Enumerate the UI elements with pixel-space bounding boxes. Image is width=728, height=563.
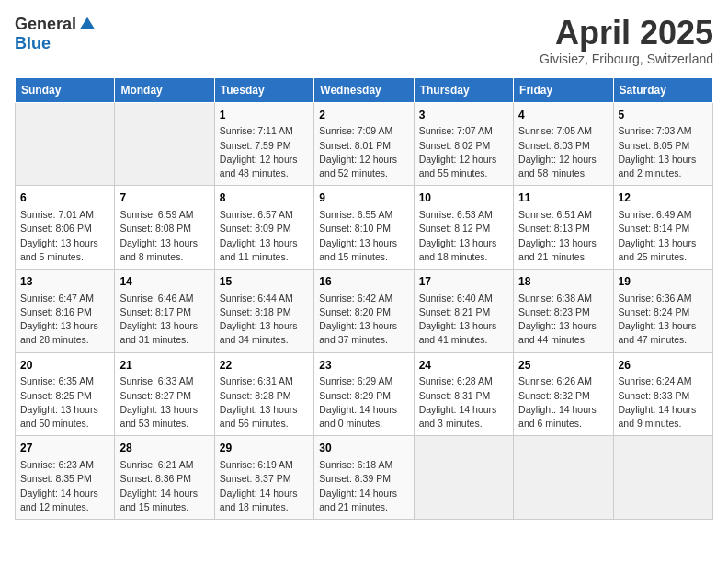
calendar-week-row: 13Sunrise: 6:47 AM Sunset: 8:16 PM Dayli… <box>16 269 713 352</box>
day-number: 11 <box>518 190 608 206</box>
calendar-cell: 4Sunrise: 7:05 AM Sunset: 8:03 PM Daylig… <box>514 102 613 186</box>
calendar-cell: 26Sunrise: 6:24 AM Sunset: 8:33 PM Dayli… <box>613 352 712 436</box>
calendar-cell <box>115 102 214 186</box>
location-subtitle: Givisiez, Fribourg, Switzerland <box>540 52 713 66</box>
calendar-table: SundayMondayTuesdayWednesdayThursdayFrid… <box>15 77 713 520</box>
weekday-header-row: SundayMondayTuesdayWednesdayThursdayFrid… <box>16 77 713 102</box>
day-info: Sunrise: 6:40 AM Sunset: 8:21 PM Dayligh… <box>419 292 508 348</box>
day-info: Sunrise: 6:55 AM Sunset: 8:10 PM Dayligh… <box>319 208 408 264</box>
calendar-cell: 20Sunrise: 6:35 AM Sunset: 8:25 PM Dayli… <box>16 352 115 436</box>
calendar-cell: 9Sunrise: 6:55 AM Sunset: 8:10 PM Daylig… <box>314 186 414 270</box>
day-info: Sunrise: 6:46 AM Sunset: 8:17 PM Dayligh… <box>119 292 209 348</box>
month-title: April 2025 <box>540 15 713 52</box>
calendar-cell: 30Sunrise: 6:18 AM Sunset: 8:39 PM Dayli… <box>314 436 414 520</box>
day-info: Sunrise: 6:19 AM Sunset: 8:37 PM Dayligh… <box>220 458 309 514</box>
day-info: Sunrise: 6:35 AM Sunset: 8:25 PM Dayligh… <box>20 374 109 431</box>
day-info: Sunrise: 6:51 AM Sunset: 8:13 PM Dayligh… <box>518 208 608 264</box>
weekday-header-monday: Monday <box>115 77 214 102</box>
day-number: 15 <box>220 274 309 290</box>
day-number: 26 <box>619 358 708 373</box>
calendar-cell: 13Sunrise: 6:47 AM Sunset: 8:16 PM Dayli… <box>16 269 115 352</box>
day-info: Sunrise: 7:09 AM Sunset: 8:01 PM Dayligh… <box>319 124 408 180</box>
calendar-cell <box>16 102 115 186</box>
calendar-cell: 19Sunrise: 6:36 AM Sunset: 8:24 PM Dayli… <box>613 269 712 352</box>
calendar-cell: 1Sunrise: 7:11 AM Sunset: 7:59 PM Daylig… <box>214 102 313 186</box>
day-info: Sunrise: 6:36 AM Sunset: 8:24 PM Dayligh… <box>619 292 708 348</box>
weekday-header-thursday: Thursday <box>414 77 513 102</box>
day-info: Sunrise: 6:44 AM Sunset: 8:18 PM Dayligh… <box>220 292 309 348</box>
day-number: 22 <box>220 358 309 373</box>
calendar-cell: 7Sunrise: 6:59 AM Sunset: 8:08 PM Daylig… <box>115 186 214 270</box>
day-info: Sunrise: 6:28 AM Sunset: 8:31 PM Dayligh… <box>419 374 508 431</box>
day-info: Sunrise: 6:33 AM Sunset: 8:27 PM Dayligh… <box>119 374 209 431</box>
calendar-week-row: 20Sunrise: 6:35 AM Sunset: 8:25 PM Dayli… <box>16 352 713 436</box>
day-number: 9 <box>319 190 408 206</box>
calendar-cell <box>613 436 712 520</box>
calendar-cell: 2Sunrise: 7:09 AM Sunset: 8:01 PM Daylig… <box>314 102 414 186</box>
day-info: Sunrise: 6:24 AM Sunset: 8:33 PM Dayligh… <box>619 374 708 431</box>
weekday-header-saturday: Saturday <box>613 77 712 102</box>
calendar-cell: 8Sunrise: 6:57 AM Sunset: 8:09 PM Daylig… <box>214 186 313 270</box>
day-info: Sunrise: 6:23 AM Sunset: 8:35 PM Dayligh… <box>20 458 109 514</box>
day-number: 12 <box>619 190 708 206</box>
calendar-cell: 14Sunrise: 6:46 AM Sunset: 8:17 PM Dayli… <box>115 269 214 352</box>
day-number: 4 <box>518 108 608 123</box>
day-number: 10 <box>419 190 508 206</box>
day-info: Sunrise: 7:03 AM Sunset: 8:05 PM Dayligh… <box>619 124 708 180</box>
page-header: General Blue April 2025 Givisiez, Fribou… <box>15 15 713 66</box>
day-number: 29 <box>220 441 309 456</box>
logo: General Blue <box>15 15 97 53</box>
calendar-cell: 21Sunrise: 6:33 AM Sunset: 8:27 PM Dayli… <box>115 352 214 436</box>
calendar-cell: 28Sunrise: 6:21 AM Sunset: 8:36 PM Dayli… <box>115 436 214 520</box>
calendar-cell: 27Sunrise: 6:23 AM Sunset: 8:35 PM Dayli… <box>16 436 115 520</box>
logo-general-text: General <box>15 15 76 34</box>
day-info: Sunrise: 6:47 AM Sunset: 8:16 PM Dayligh… <box>20 292 109 348</box>
calendar-cell: 17Sunrise: 6:40 AM Sunset: 8:21 PM Dayli… <box>414 269 513 352</box>
calendar-cell: 22Sunrise: 6:31 AM Sunset: 8:28 PM Dayli… <box>214 352 313 436</box>
calendar-cell: 10Sunrise: 6:53 AM Sunset: 8:12 PM Dayli… <box>414 186 513 270</box>
day-number: 5 <box>619 108 708 123</box>
day-number: 21 <box>119 358 209 373</box>
day-number: 25 <box>518 358 608 373</box>
day-number: 23 <box>319 358 408 373</box>
calendar-cell <box>414 436 513 520</box>
day-info: Sunrise: 6:26 AM Sunset: 8:32 PM Dayligh… <box>518 374 608 431</box>
day-number: 16 <box>319 274 408 290</box>
day-number: 20 <box>20 358 109 373</box>
day-info: Sunrise: 7:07 AM Sunset: 8:02 PM Dayligh… <box>419 124 508 180</box>
day-number: 3 <box>419 108 508 123</box>
day-info: Sunrise: 6:21 AM Sunset: 8:36 PM Dayligh… <box>119 458 209 514</box>
calendar-cell: 12Sunrise: 6:49 AM Sunset: 8:14 PM Dayli… <box>613 186 712 270</box>
day-number: 8 <box>220 190 309 206</box>
day-number: 27 <box>20 441 109 456</box>
day-info: Sunrise: 7:05 AM Sunset: 8:03 PM Dayligh… <box>518 124 608 180</box>
logo-icon <box>78 16 97 34</box>
calendar-cell: 16Sunrise: 6:42 AM Sunset: 8:20 PM Dayli… <box>314 269 414 352</box>
title-block: April 2025 Givisiez, Fribourg, Switzerla… <box>540 15 713 66</box>
calendar-cell: 11Sunrise: 6:51 AM Sunset: 8:13 PM Dayli… <box>514 186 613 270</box>
day-info: Sunrise: 6:38 AM Sunset: 8:23 PM Dayligh… <box>518 292 608 348</box>
calendar-cell: 29Sunrise: 6:19 AM Sunset: 8:37 PM Dayli… <box>214 436 313 520</box>
calendar-cell: 23Sunrise: 6:29 AM Sunset: 8:29 PM Dayli… <box>314 352 414 436</box>
day-info: Sunrise: 6:59 AM Sunset: 8:08 PM Dayligh… <box>119 208 209 264</box>
day-info: Sunrise: 6:42 AM Sunset: 8:20 PM Dayligh… <box>319 292 408 348</box>
weekday-header-tuesday: Tuesday <box>214 77 313 102</box>
day-number: 17 <box>419 274 508 290</box>
day-info: Sunrise: 6:18 AM Sunset: 8:39 PM Dayligh… <box>319 458 408 514</box>
logo-blue-text: Blue <box>15 34 51 53</box>
day-number: 6 <box>20 190 109 206</box>
day-number: 14 <box>119 274 209 290</box>
calendar-cell: 6Sunrise: 7:01 AM Sunset: 8:06 PM Daylig… <box>16 186 115 270</box>
day-info: Sunrise: 6:29 AM Sunset: 8:29 PM Dayligh… <box>319 374 408 431</box>
weekday-header-sunday: Sunday <box>16 77 115 102</box>
day-number: 24 <box>419 358 508 373</box>
day-number: 1 <box>220 108 309 123</box>
day-info: Sunrise: 7:11 AM Sunset: 7:59 PM Dayligh… <box>220 124 309 180</box>
day-info: Sunrise: 6:57 AM Sunset: 8:09 PM Dayligh… <box>220 208 309 264</box>
day-info: Sunrise: 6:49 AM Sunset: 8:14 PM Dayligh… <box>619 208 708 264</box>
calendar-cell: 24Sunrise: 6:28 AM Sunset: 8:31 PM Dayli… <box>414 352 513 436</box>
calendar-week-row: 1Sunrise: 7:11 AM Sunset: 7:59 PM Daylig… <box>16 102 713 186</box>
calendar-cell: 5Sunrise: 7:03 AM Sunset: 8:05 PM Daylig… <box>613 102 712 186</box>
calendar-week-row: 27Sunrise: 6:23 AM Sunset: 8:35 PM Dayli… <box>16 436 713 520</box>
calendar-cell <box>514 436 613 520</box>
